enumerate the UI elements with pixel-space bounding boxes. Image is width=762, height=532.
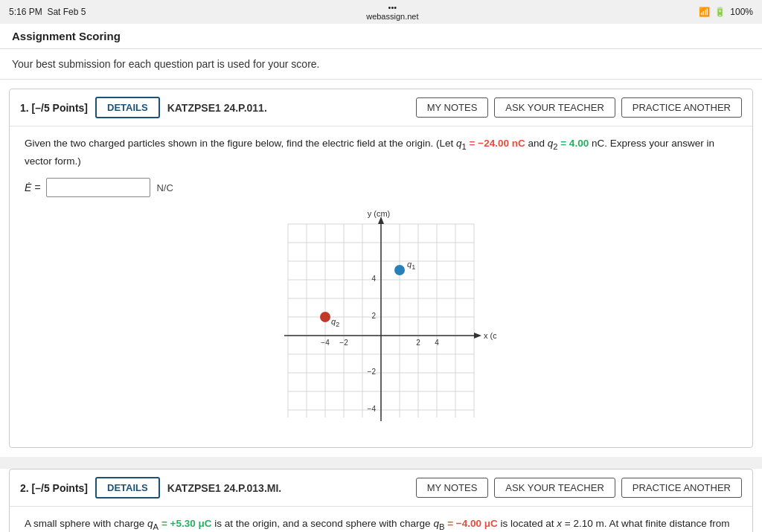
question-1-body: Given the two charged particles shown in… [10, 126, 752, 447]
status-bar: 5:16 PM Sat Feb 5 ••• webassign.net 📶 🔋 … [0, 0, 762, 24]
question-2-code: KATZPSE1 24.P.013.MI. [167, 482, 409, 494]
assignment-header: Assignment Scoring [0, 24, 762, 49]
q2-label: q2 [548, 138, 558, 149]
e-field-input[interactable] [46, 178, 150, 197]
q1-label: q1 [456, 138, 467, 149]
svg-text:4: 4 [435, 339, 439, 347]
svg-text:−4: −4 [368, 405, 377, 413]
question-1-label: 1. [–/5 Points] [20, 102, 88, 114]
e-unit: N/C [156, 182, 173, 193]
question-2-header: 2. [–/5 Points] DETAILS KATZPSE1 24.P.01… [10, 469, 752, 506]
details-button-1[interactable]: DETAILS [95, 97, 160, 118]
question-2-label: 2. [–/5 Points] [20, 482, 88, 494]
main-content: Assignment Scoring Your best submission … [0, 24, 762, 532]
svg-text:−2: −2 [339, 339, 348, 347]
q2-point [320, 312, 330, 322]
q2-point-label: q2 [331, 317, 339, 328]
battery-icon: 🔋 [714, 7, 726, 17]
ask-teacher-button-1[interactable]: ASK YOUR TEACHER [494, 97, 615, 118]
question-2-btn-group: MY NOTES ASK YOUR TEACHER PRACTICE ANOTH… [416, 478, 742, 498]
spacer [0, 457, 762, 469]
graph-container: y (cm) x (cm) 4 2 −2 −4 −4 −2 2 4 q1 [25, 209, 737, 432]
my-notes-button-1[interactable]: MY NOTES [416, 97, 489, 118]
svg-text:−2: −2 [368, 368, 377, 376]
question-1-code: KATZPSE1 24.P.011. [167, 102, 409, 114]
details-button-2[interactable]: DETAILS [95, 477, 160, 499]
question-1-btn-group: MY NOTES ASK YOUR TEACHER PRACTICE ANOTH… [416, 97, 742, 118]
question-2-text: A small sphere with charge qA = +5.30 μC… [25, 516, 737, 532]
answer-row-1: Ė = N/C [25, 178, 737, 197]
question-2-body: A small sphere with charge qA = +5.30 μC… [10, 506, 752, 532]
practice-another-button-1[interactable]: PRACTICE ANOTHER [621, 97, 742, 118]
svg-text:2: 2 [416, 339, 420, 347]
ask-teacher-button-2[interactable]: ASK YOUR TEACHER [494, 478, 615, 498]
dots-icon: ••• [388, 3, 397, 12]
status-center: ••• webassign.net [366, 3, 418, 21]
status-right: 📶 🔋 100% [699, 7, 753, 17]
coordinate-graph: y (cm) x (cm) 4 2 −2 −4 −4 −2 2 4 q1 [266, 209, 496, 432]
question-1-text: Given the two charged particles shown in… [25, 135, 737, 169]
e-label: Ė = [25, 182, 40, 193]
svg-text:−4: −4 [321, 339, 330, 347]
svg-text:4: 4 [371, 275, 376, 283]
question-1-block: 1. [–/5 Points] DETAILS KATZPSE1 24.P.01… [9, 89, 753, 448]
status-time: 5:16 PM Sat Feb 5 [9, 7, 86, 17]
q1-point [394, 265, 405, 275]
wifi-icon: 📶 [699, 7, 710, 17]
question-1-header: 1. [–/5 Points] DETAILS KATZPSE1 24.P.01… [10, 89, 752, 126]
practice-another-button-2[interactable]: PRACTICE ANOTHER [621, 478, 742, 498]
my-notes-button-2[interactable]: MY NOTES [416, 478, 489, 498]
y-axis-label: y (cm) [368, 209, 391, 218]
score-notice: Your best submission for each question p… [0, 49, 762, 80]
x-axis-label: x (cm) [484, 331, 496, 340]
svg-text:2: 2 [371, 312, 376, 320]
x-axis-arrow [474, 333, 481, 339]
question-2-block: 2. [–/5 Points] DETAILS KATZPSE1 24.P.01… [9, 469, 753, 532]
